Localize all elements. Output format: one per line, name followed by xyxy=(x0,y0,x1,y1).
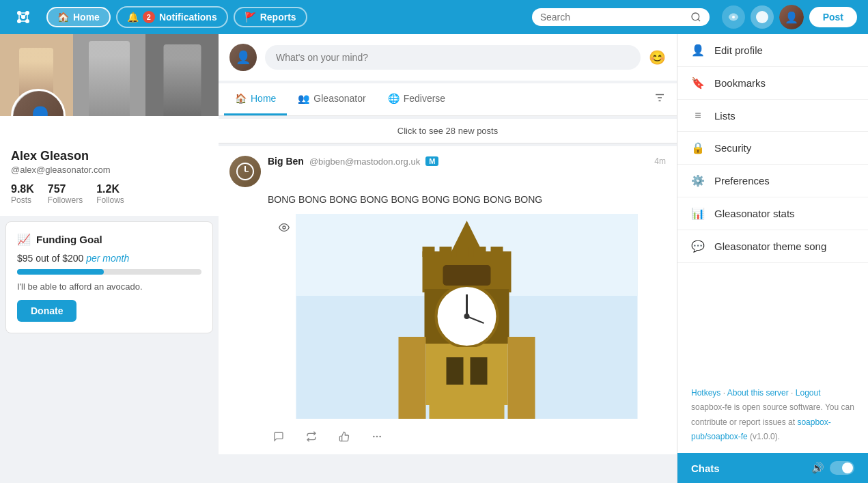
post-instance-badge: M xyxy=(425,156,438,166)
gleasonator-stats-item[interactable]: 📊 Gleasonator stats xyxy=(677,197,868,230)
follows-label: Follows xyxy=(96,195,124,205)
profile-info: Alex Gleason @alex@gleasonator.com 9.8K … xyxy=(0,149,219,216)
profile-stats: 9.8K Posts 757 Followers 1.2K Follows xyxy=(11,183,208,205)
notifications-nav-button[interactable]: 🔔 2 Notifications xyxy=(116,6,228,28)
tab-home[interactable]: 🏠 Home xyxy=(224,83,287,115)
bell-icon: 🔔 xyxy=(127,12,139,23)
chats-bar[interactable]: Chats 🔊 xyxy=(677,453,868,483)
sound-icon: 🔊 xyxy=(811,462,824,474)
post-author-avatar[interactable] xyxy=(229,156,261,187)
chat-bubble-icon: 💬 xyxy=(691,240,705,253)
theme-button[interactable] xyxy=(751,5,774,29)
gleasonator-stats-label: Gleasonator stats xyxy=(714,208,795,219)
post-image-wrap xyxy=(268,214,666,422)
notifications-nav-label: Notifications xyxy=(159,12,217,23)
toggle-icon xyxy=(830,461,854,475)
post-display-name: Big Ben xyxy=(268,156,304,167)
followers-stat[interactable]: 757 Followers xyxy=(48,183,83,205)
funding-title-text: Funding Goal xyxy=(36,234,102,245)
about-link[interactable]: About this server xyxy=(727,388,789,398)
post-actions xyxy=(268,428,666,445)
funding-period: per month xyxy=(86,253,129,264)
hotkeys-link[interactable]: Hotkeys xyxy=(691,388,720,398)
profile-display-name: Alex Gleason xyxy=(11,149,208,163)
post-header: Big Ben @bigben@mastodon.org.uk M 4m xyxy=(229,156,666,187)
post-image xyxy=(268,214,666,419)
feed-filter-button[interactable] xyxy=(648,86,671,113)
follows-stat[interactable]: 1.2K Follows xyxy=(96,183,124,205)
bookmarks-item[interactable]: 🔖 Bookmarks xyxy=(677,67,868,100)
main-layout: 👤 Alex Gleason @alex@gleasonator.com 9.8… xyxy=(0,34,868,483)
post-time: 4m xyxy=(654,156,666,166)
home-icon: 🏠 xyxy=(57,12,69,23)
svg-rect-32 xyxy=(440,247,452,257)
stats-icon: 📊 xyxy=(691,207,705,220)
profile-nav-button[interactable]: 👤 xyxy=(779,5,804,29)
tab-gleasonator[interactable]: 👥 Gleasonator xyxy=(287,83,376,115)
version-text: (v1.0.0). xyxy=(750,432,780,441)
svg-point-42 xyxy=(376,436,377,437)
logout-link[interactable]: Logout xyxy=(796,388,821,398)
followers-label: Followers xyxy=(48,195,83,205)
tab-fediverse[interactable]: 🌐 Fediverse xyxy=(377,83,456,115)
svg-rect-41 xyxy=(508,337,535,419)
funding-progress-bar xyxy=(17,269,201,275)
preferences-label: Preferences xyxy=(714,175,770,187)
settings-button[interactable] xyxy=(722,5,745,29)
posts-label: Posts xyxy=(11,195,34,205)
bookmarks-label: Bookmarks xyxy=(714,77,766,89)
posts-stat[interactable]: 9.8K Posts xyxy=(11,183,34,205)
funding-title: 📈 Funding Goal xyxy=(17,233,201,246)
post-author-line: Big Ben @bigben@mastodon.org.uk M 4m xyxy=(268,156,666,167)
banner-photo-2 xyxy=(73,34,146,116)
notifications-badge: 2 xyxy=(143,11,155,23)
svg-rect-37 xyxy=(447,357,464,385)
post-content: BONG BONG BONG BONG BONG BONG BONG BONG … xyxy=(268,193,666,207)
gleasonator-theme-label: Gleasonator theme song xyxy=(714,240,826,252)
post-button[interactable]: Post xyxy=(809,7,857,27)
reply-button[interactable] xyxy=(268,428,290,445)
reports-nav-button[interactable]: 🚩 Reports xyxy=(234,7,307,27)
search-icon xyxy=(690,12,701,23)
funding-current: $95 xyxy=(17,253,33,264)
lock-icon: 🔒 xyxy=(691,141,705,154)
preferences-item[interactable]: ⚙️ Preferences xyxy=(677,165,868,197)
compose-input[interactable] xyxy=(265,45,641,70)
home-nav-button[interactable]: 🏠 Home xyxy=(46,7,111,27)
funding-card: 📈 Funding Goal $95 out of $200 per month… xyxy=(5,221,213,333)
svg-rect-36 xyxy=(430,347,505,419)
donate-button[interactable]: Donate xyxy=(17,300,76,322)
banner-photo-3 xyxy=(145,34,219,116)
svg-point-29 xyxy=(464,314,470,319)
tab-home-label: Home xyxy=(251,93,276,104)
emoji-picker-button[interactable]: 😊 xyxy=(649,49,666,66)
app-logo[interactable] xyxy=(11,5,36,29)
feed-tabs-bar: 🏠 Home 👥 Gleasonator 🌐 Fediverse xyxy=(219,83,677,116)
edit-profile-label: Edit profile xyxy=(714,44,763,56)
search-input[interactable] xyxy=(540,12,685,23)
chats-icons: 🔊 xyxy=(811,461,854,475)
new-posts-notice[interactable]: Click to see 28 new posts xyxy=(219,119,677,143)
gleasonator-theme-item[interactable]: 💬 Gleasonator theme song xyxy=(677,230,868,263)
funding-description: I'll be able to afford an avocado. xyxy=(17,281,201,292)
compose-box: 👤 😊 xyxy=(219,34,677,81)
reports-nav-label: Reports xyxy=(260,12,296,23)
svg-rect-35 xyxy=(491,247,503,257)
edit-profile-item[interactable]: 👤 Edit profile xyxy=(677,34,868,67)
lists-item[interactable]: ≡ Lists xyxy=(677,100,868,132)
security-item[interactable]: 🔒 Security xyxy=(677,132,868,165)
repost-button[interactable] xyxy=(300,428,322,445)
svg-rect-34 xyxy=(474,247,486,257)
center-feed: 👤 😊 🏠 Home 👥 Gleasonator 🌐 Fediverse xyxy=(219,34,677,483)
chats-label: Chats xyxy=(691,463,720,474)
svg-rect-33 xyxy=(457,247,469,257)
compose-avatar: 👤 xyxy=(229,44,257,71)
like-button[interactable] xyxy=(333,428,355,445)
hotkeys-link-wrap: Hotkeys · About this server · Logout xyxy=(691,388,820,398)
content-warning-button[interactable] xyxy=(273,219,295,238)
more-options-button[interactable] xyxy=(366,428,388,445)
bookmark-icon: 🔖 xyxy=(691,77,705,89)
svg-rect-38 xyxy=(471,357,488,385)
svg-line-9 xyxy=(19,13,23,17)
post-meta: Big Ben @bigben@mastodon.org.uk M 4m xyxy=(268,156,666,167)
